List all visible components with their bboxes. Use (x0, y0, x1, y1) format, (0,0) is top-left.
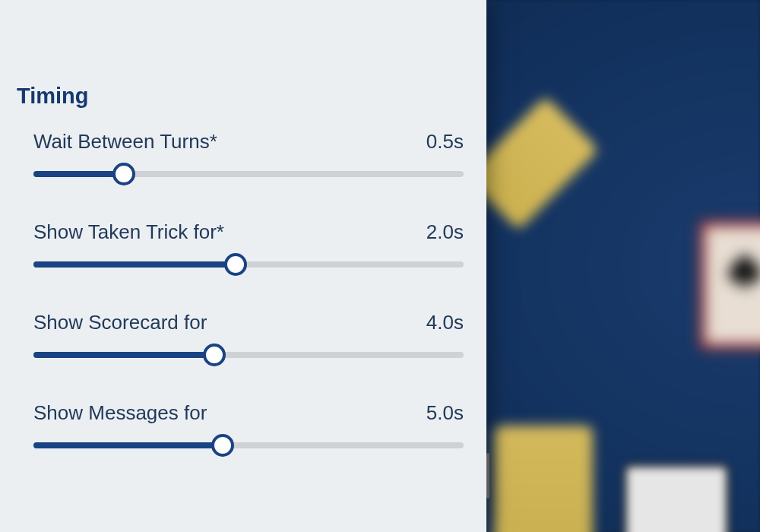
slider-fill (33, 171, 124, 177)
setting-label: Show Taken Trick for* (33, 220, 224, 244)
bg-card-spade (699, 220, 760, 350)
setting-value: 5.0s (426, 401, 464, 425)
bg-card-white (623, 464, 730, 532)
slider-thumb[interactable] (112, 163, 135, 185)
scrollbar-thumb[interactable] (486, 453, 489, 499)
setting-label: Show Messages for (33, 401, 207, 425)
slider-thumb[interactable] (224, 253, 247, 276)
setting-label: Show Scorecard for (33, 311, 207, 334)
setting-value: 2.0s (426, 220, 464, 244)
slider-thumb[interactable] (203, 344, 226, 366)
setting-label: Wait Between Turns* (33, 130, 217, 154)
slider-show-scorecard[interactable] (33, 344, 464, 365)
slider-thumb[interactable] (211, 434, 234, 457)
setting-value: 4.0s (426, 311, 464, 334)
slider-show-taken-trick[interactable] (33, 253, 464, 274)
bg-card-yellow (494, 426, 593, 532)
slider-fill (33, 352, 214, 358)
setting-value: 0.5s (426, 130, 464, 154)
setting-show-messages: Show Messages for 5.0s (17, 401, 464, 455)
app-root: Timing Wait Between Turns* 0.5s Show Tak… (0, 0, 760, 532)
slider-fill (33, 442, 223, 448)
slider-show-messages[interactable] (33, 434, 464, 455)
setting-show-taken-trick: Show Taken Trick for* 2.0s (17, 220, 464, 274)
settings-panel: Timing Wait Between Turns* 0.5s Show Tak… (0, 0, 486, 532)
section-title: Timing (17, 84, 464, 109)
slider-wait-between-turns[interactable] (33, 163, 464, 184)
setting-wait-between-turns: Wait Between Turns* 0.5s (17, 130, 464, 184)
setting-show-scorecard: Show Scorecard for 4.0s (17, 311, 464, 365)
slider-fill (33, 261, 236, 268)
